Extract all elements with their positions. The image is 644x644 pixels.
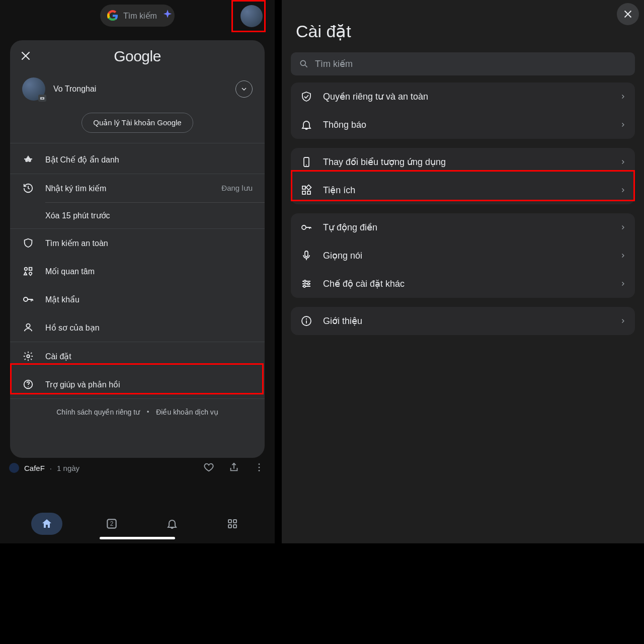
share-icon[interactable] <box>228 462 239 473</box>
phone-icon <box>300 156 313 168</box>
privacy-link[interactable]: Chính sách quyền riêng tư <box>56 408 140 416</box>
svg-point-21 <box>306 165 307 166</box>
item-privacy[interactable]: Quyền riêng tư và an toàn <box>291 83 635 111</box>
more-icon[interactable] <box>254 462 265 473</box>
incognito-icon <box>22 153 34 166</box>
menu-incognito[interactable]: Bật Chế độ ẩn danh <box>10 145 265 174</box>
svg-rect-22 <box>302 186 305 189</box>
history-icon <box>22 182 34 194</box>
item-voice[interactable]: Giọng nói <box>291 242 635 270</box>
menu-help[interactable]: Trợ giúp và phản hồi <box>10 370 265 398</box>
feed-time: 1 ngày <box>57 464 79 472</box>
shield-check-icon <box>300 91 313 103</box>
item-about-label: Giới thiệu <box>323 315 610 327</box>
item-widgets[interactable]: Tiện ích <box>291 176 635 204</box>
feed-source[interactable]: CafeF <box>24 464 45 472</box>
search-placeholder: Tìm kiếm <box>123 11 157 21</box>
menu-incognito-label: Bật Chế độ ẩn danh <box>45 155 253 165</box>
help-icon <box>22 378 34 390</box>
chevron-right-icon <box>620 316 626 326</box>
menu-profile[interactable]: Hồ sơ của bạn <box>10 313 265 342</box>
item-other-settings[interactable]: Chế độ cài đặt khác <box>291 270 635 298</box>
svg-point-29 <box>307 283 309 285</box>
item-app-icon-label: Thay đổi biểu tượng ứng dụng <box>323 156 610 168</box>
svg-point-19 <box>300 60 305 65</box>
key-icon <box>300 221 313 233</box>
svg-rect-15 <box>228 520 231 523</box>
menu-passwords-label: Mật khẩu <box>45 295 253 304</box>
grid-icon <box>226 518 238 530</box>
chevron-right-icon <box>620 120 626 129</box>
svg-point-7 <box>27 355 30 358</box>
menu-profile-label: Hồ sơ của bạn <box>45 323 253 333</box>
menu-history[interactable]: Nhật ký tìm kiếm Đang lưu <box>10 174 265 202</box>
account-name: Vo Tronghai <box>53 85 96 94</box>
info-icon <box>300 315 313 327</box>
nav-tabs[interactable]: 2 <box>101 513 123 535</box>
svg-point-32 <box>306 318 307 319</box>
sheet-menu: Bật Chế độ ẩn danh Nhật ký tìm kiếm Đang… <box>10 143 265 428</box>
google-g-icon <box>107 10 118 21</box>
top-bar: Tìm kiếm <box>0 0 275 31</box>
menu-passwords[interactable]: Mật khẩu <box>10 285 265 313</box>
menu-history-label: Nhật ký tìm kiếm <box>45 184 210 193</box>
bell-icon <box>166 518 178 530</box>
feed-source-icon <box>9 463 19 473</box>
nav-home[interactable] <box>31 513 62 535</box>
shield-icon <box>22 237 34 249</box>
home-indicator <box>100 537 175 539</box>
nav-menu[interactable] <box>221 513 244 535</box>
chevron-right-icon <box>620 251 626 260</box>
svg-rect-17 <box>228 525 231 528</box>
svg-point-1 <box>42 98 43 99</box>
svg-rect-18 <box>233 525 236 528</box>
settings-search[interactable]: Tìm kiếm <box>291 52 635 75</box>
sheet-header: Google <box>10 40 265 72</box>
account-row[interactable]: Vo Tronghai <box>10 72 265 105</box>
account-avatar-top[interactable] <box>240 5 263 27</box>
svg-rect-16 <box>233 520 236 523</box>
settings-header: Cài đặt <box>282 0 644 47</box>
heart-icon[interactable] <box>203 462 214 473</box>
svg-point-12 <box>259 470 260 471</box>
item-notifications[interactable]: Thông báo <box>291 111 635 139</box>
svg-point-30 <box>303 285 305 287</box>
svg-rect-4 <box>29 268 32 271</box>
interests-icon <box>22 265 34 277</box>
item-autofill[interactable]: Tự động điền <box>291 213 635 242</box>
item-app-icon[interactable]: Thay đổi biểu tượng ứng dụng <box>291 148 635 176</box>
menu-safesearch[interactable]: Tìm kiếm an toàn <box>10 229 265 257</box>
menu-interests-label: Mối quan tâm <box>45 267 253 276</box>
menu-help-label: Trợ giúp và phản hồi <box>45 380 253 389</box>
left-screenshot: Tìm kiếm Google Vo Tronghai <box>0 0 275 543</box>
person-icon <box>22 321 34 334</box>
menu-delete-15[interactable]: Xóa 15 phút trước <box>10 203 265 228</box>
nav-notifications[interactable] <box>161 513 183 535</box>
close-icon[interactable] <box>19 49 33 63</box>
settings-group-3: Tự động điền Giọng nói Chế độ cài đặt kh… <box>291 213 635 298</box>
terms-link[interactable]: Điều khoản dịch vụ <box>156 408 218 416</box>
menu-settings[interactable]: Cài đặt <box>10 342 265 370</box>
item-widgets-label: Tiện ích <box>323 185 610 196</box>
sliders-icon <box>300 278 313 290</box>
account-avatar <box>22 77 45 101</box>
camera-badge-icon <box>38 95 46 102</box>
settings-group-1: Quyền riêng tư và an toàn Thông báo <box>291 83 635 139</box>
svg-rect-2 <box>24 158 32 159</box>
item-about[interactable]: Giới thiệu <box>291 307 635 335</box>
expand-account-button[interactable] <box>235 80 253 98</box>
svg-point-11 <box>259 467 260 468</box>
menu-interests[interactable]: Mối quan tâm <box>10 257 265 285</box>
svg-text:2: 2 <box>110 520 114 527</box>
item-voice-label: Giọng nói <box>323 250 610 261</box>
feed-actions <box>203 462 265 473</box>
menu-settings-label: Cài đặt <box>45 352 253 361</box>
sparkle-icon[interactable] <box>160 8 175 23</box>
svg-point-26 <box>302 225 306 229</box>
item-notifications-label: Thông báo <box>323 120 610 130</box>
svg-point-5 <box>24 297 28 301</box>
mic-icon <box>300 250 313 262</box>
chevron-down-icon <box>240 85 248 93</box>
svg-rect-27 <box>305 251 308 257</box>
manage-account-button[interactable]: Quản lý Tài khoản Google <box>82 113 193 133</box>
